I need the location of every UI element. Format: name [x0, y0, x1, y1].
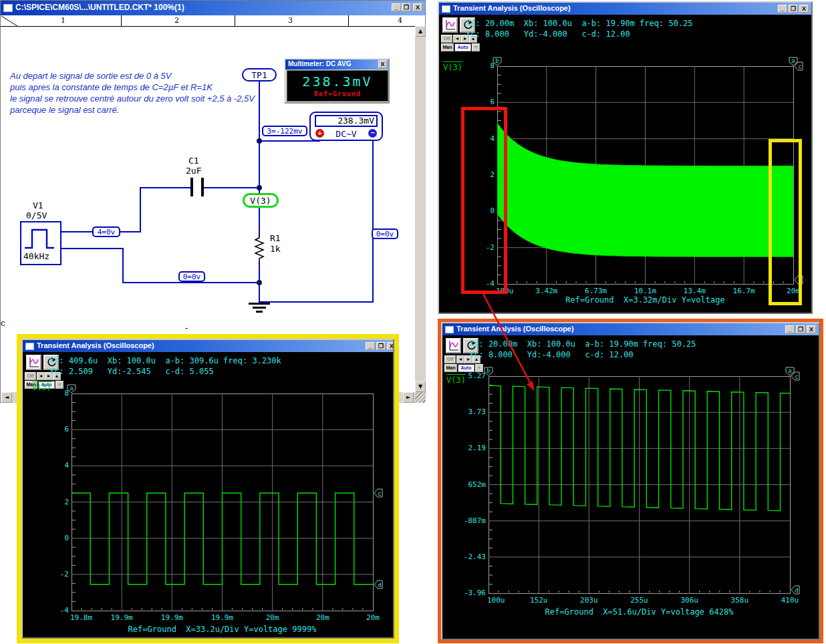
testpoint-tp1[interactable]: TP1 — [242, 68, 277, 82]
close-button[interactable]: X — [413, 3, 422, 11]
cursor-marker-d[interactable]: d — [791, 585, 800, 595]
wire-label-meter-neg[interactable]: 0=0v — [372, 228, 398, 239]
ruler-number: 3 — [288, 16, 293, 25]
x-tick-label: 410u — [767, 596, 813, 605]
ground-bar — [253, 307, 266, 309]
wire-v1-up-vert — [140, 187, 141, 232]
r1-value: 1k — [270, 244, 281, 254]
r1-resistor[interactable] — [254, 235, 265, 263]
close-icon[interactable]: X — [378, 60, 387, 68]
resize-grip[interactable] — [415, 392, 426, 403]
minus-terminal-icon: − — [368, 129, 377, 138]
multimeter-popup[interactable]: Multimeter: DC AVG X 238.3mV Ref=Ground — [284, 58, 390, 104]
close-button[interactable]: X — [387, 342, 394, 350]
man-button[interactable]: Man — [441, 43, 454, 51]
cursor-marker-c[interactable]: c — [791, 371, 800, 381]
cursor-marker-c[interactable]: c — [374, 488, 383, 498]
y-tick-label: 8 — [465, 61, 495, 70]
off-button[interactable]: Off — [441, 35, 452, 43]
oscilloscope-window-zoom-start: Transient Analysis (Oscilloscope)_❐XOff◂… — [441, 322, 820, 640]
auto-button[interactable]: Auto — [454, 43, 471, 51]
y-tick-label: -3.96 — [456, 589, 486, 597]
man-button[interactable]: Man — [444, 364, 457, 372]
cursor-marker-b[interactable]: b — [493, 57, 502, 66]
wire-label-source-out[interactable]: 4=0v — [92, 226, 120, 237]
trace-label-v3[interactable]: V(3) — [443, 61, 462, 72]
junction-dot — [257, 138, 262, 144]
annotation-line: Au depart le signal de sortie est de 0 à… — [10, 70, 255, 82]
minimize-button[interactable]: _ — [366, 342, 375, 350]
x-tick-label: 20m — [249, 613, 296, 622]
cursor-marker-b[interactable]: b — [484, 367, 493, 376]
wire-label-bottom[interactable]: 0=0v — [178, 271, 205, 282]
c1-value: 2uF — [186, 166, 201, 176]
svg-text:b: b — [487, 367, 490, 374]
scroll-right-icon[interactable]: ► — [403, 392, 414, 403]
scope-titlebar[interactable]: Transient Analysis (Oscilloscope)_❐X — [439, 3, 811, 15]
plus-terminal-icon: + — [315, 129, 324, 138]
scroll-up-icon[interactable]: ▲ — [415, 26, 426, 37]
stray-dash: - — [185, 323, 188, 333]
v-scrollbar[interactable]: ▲ ▼ — [415, 26, 426, 392]
wire-label-node3[interactable]: 3=-122mv — [262, 126, 307, 136]
ground-symbol[interactable] — [249, 303, 270, 315]
ruler-corner-diagonal — [1, 15, 18, 26]
v1-source[interactable]: 40kHz — [20, 221, 61, 265]
sine-icon — [447, 339, 460, 352]
scroll-left-icon[interactable]: ◂ — [37, 372, 45, 380]
v1-name: V1 — [33, 200, 43, 210]
annotation-line: puis apres la constante de temps de C=2µ… — [10, 82, 255, 93]
scope-titlebar[interactable]: Transient Analysis (Oscilloscope)_❐X — [23, 340, 393, 352]
minimize-button[interactable]: _ — [778, 5, 787, 13]
waveform-tool-button[interactable] — [26, 355, 41, 370]
off-button[interactable]: Off — [444, 355, 456, 363]
waveform-tool-button[interactable] — [446, 338, 461, 353]
svg-text:d: d — [378, 582, 381, 589]
ruler: 1 2 3 4 — [1, 15, 425, 27]
scroll-left-icon[interactable]: ◂ — [456, 355, 464, 363]
y-tick-label: 4 — [39, 461, 69, 470]
close-button[interactable]: X — [807, 325, 816, 333]
scroll-left-icon[interactable]: ◄ — [1, 392, 12, 403]
dropdown-icon[interactable]: ▾ — [55, 381, 63, 389]
off-button[interactable]: Off — [25, 372, 36, 380]
cursor-readout-line2: Yc: 8.000 Yd:-4.000 c-d: 12.00 — [469, 350, 634, 359]
waveform-tool-button[interactable] — [442, 17, 458, 33]
scope-plot-area — [489, 376, 791, 595]
maximize-button[interactable]: ❐ — [796, 325, 805, 333]
annotation-line: parceque le signal est carré. — [10, 104, 255, 116]
maximize-button[interactable]: ❐ — [402, 3, 411, 11]
y-tick-label: -887m — [456, 516, 486, 525]
orange-highlight-frame: Transient Analysis (Oscilloscope)_❐XOff◂… — [438, 319, 823, 643]
x-tick-label: 3.42m — [523, 287, 570, 295]
multimeter-titlebar[interactable]: Multimeter: DC AVG X — [285, 59, 388, 69]
scope-titlebar[interactable]: Transient Analysis (Oscilloscope)_❐X — [442, 323, 819, 335]
maximize-button[interactable]: ❐ — [789, 5, 798, 13]
x-tick-label: 10.1m — [622, 287, 669, 295]
window-icon — [3, 4, 13, 12]
cursor-marker-a[interactable]: a — [67, 384, 76, 393]
scroll-down-icon[interactable]: ▼ — [415, 381, 426, 392]
meter-symbol[interactable]: 238.3mV + DC~V − — [309, 112, 383, 141]
axis-caption: Ref=Ground X=3.32m/Div Y=voltage — [497, 295, 793, 305]
cursor-marker-d[interactable]: d — [374, 580, 383, 589]
annotation-text[interactable]: Au depart le signal de sortie est de 0 à… — [10, 70, 255, 116]
wire-bottom — [122, 282, 260, 283]
x-tick-label: 20m — [299, 613, 346, 622]
node-v3-label[interactable]: V(3) — [243, 193, 279, 208]
scroll-left-icon[interactable]: ◂ — [453, 35, 461, 43]
multimeter-title: Multimeter: DC AVG — [288, 60, 351, 67]
close-button[interactable]: X — [799, 5, 809, 13]
y-tick-label: 3.73 — [456, 408, 486, 416]
minimize-button[interactable]: _ — [392, 3, 401, 11]
c1-capacitor[interactable] — [190, 178, 204, 196]
y-tick-label: 0 — [39, 534, 69, 542]
maximize-button[interactable]: ❐ — [376, 342, 386, 350]
cursor-marker-c[interactable]: c — [794, 61, 803, 71]
scope-title: Transient Analysis (Oscilloscope) — [456, 325, 574, 333]
svg-text:b: b — [495, 57, 499, 64]
schematic-titlebar[interactable]: C:\SPICE\CM60S\...\UNTITLED.CKT* 100%(1)… — [1, 1, 425, 15]
square-pulse-icon — [23, 224, 60, 251]
minimize-button[interactable]: _ — [785, 325, 795, 333]
dropdown-icon[interactable]: ▾ — [472, 43, 480, 51]
